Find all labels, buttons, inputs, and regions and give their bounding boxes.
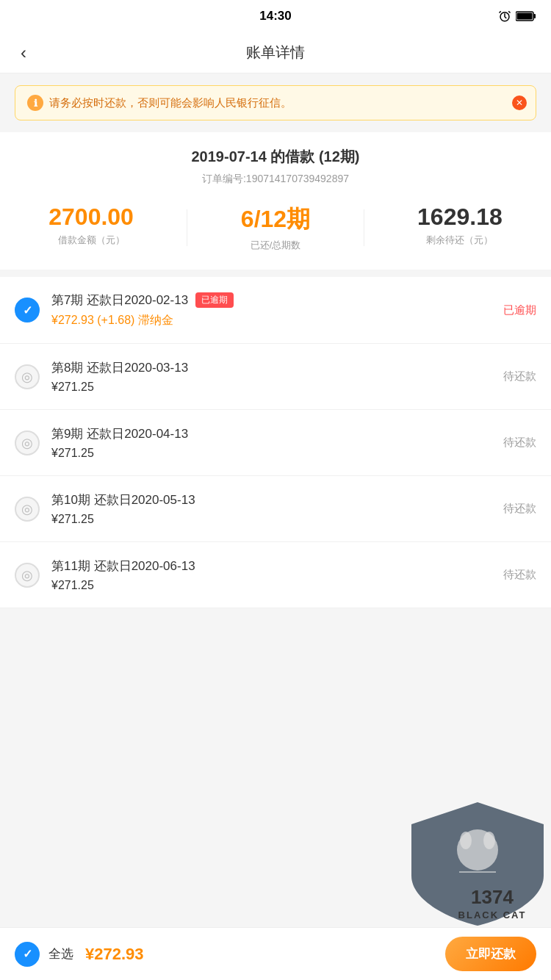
item-header-9: 第9期 还款日2020-04-13	[51, 425, 496, 442]
remaining-label: 剩余待还（元）	[417, 234, 503, 247]
svg-point-6	[483, 832, 495, 849]
item-content-7: 第7期 还款日2020-02-13 已逾期 ¥272.93 (+1.68) 滞纳…	[51, 292, 496, 328]
watermark-overlay: 1374 BLACK CAT	[345, 795, 551, 927]
item-title-10: 第10期 还款日2020-05-13	[51, 491, 195, 508]
checkbox-7[interactable]	[15, 298, 40, 323]
svg-rect-3	[517, 13, 533, 20]
status-time: 14:30	[259, 9, 291, 24]
item-status-10: 待还款	[503, 502, 536, 516]
checkbox-11[interactable]	[15, 563, 40, 588]
item-status-11: 待还款	[503, 568, 536, 582]
stat-loan-amount: 2700.00 借款金额（元）	[48, 203, 134, 247]
repayment-item-10[interactable]: 第10期 还款日2020-05-13 ¥271.25 待还款	[0, 476, 551, 542]
svg-point-5	[460, 832, 472, 849]
item-content-8: 第8期 还款日2020-03-13 ¥271.25	[51, 359, 496, 394]
checkbox-8[interactable]	[15, 364, 40, 389]
item-title-9: 第9期 还款日2020-04-13	[51, 425, 188, 442]
nav-bar: ‹ 账单详情	[0, 32, 551, 73]
late-fee-7: (+1.68) 滞纳金	[97, 314, 173, 326]
back-button[interactable]: ‹	[15, 37, 32, 69]
warning-close-button[interactable]: ✕	[512, 96, 527, 110]
stat-divider-2	[364, 209, 364, 246]
item-amount-11: ¥271.25	[51, 579, 496, 592]
status-icons	[498, 10, 536, 23]
svg-text:BLACK CAT: BLACK CAT	[458, 909, 527, 920]
checkbox-10[interactable]	[15, 497, 40, 522]
bottom-bar: 全选 ¥272.93 立即还款	[0, 927, 551, 980]
select-all-label: 全选	[48, 945, 73, 962]
item-status-7: 已逾期	[503, 303, 536, 317]
warning-text: 请务必按时还款，否则可能会影响人民银行征信。	[49, 96, 292, 110]
stat-divider-1	[187, 209, 187, 246]
loan-amount-value: 2700.00	[48, 203, 134, 231]
alarm-icon	[498, 10, 511, 23]
stat-remaining: 1629.18 剩余待还（元）	[417, 203, 503, 247]
repayment-item-11[interactable]: 第11期 还款日2020-06-13 ¥271.25 待还款	[0, 542, 551, 608]
repayment-item-9[interactable]: 第9期 还款日2020-04-13 ¥271.25 待还款	[0, 410, 551, 476]
status-bar: 14:30	[0, 0, 551, 32]
select-all-checkbox[interactable]	[15, 942, 40, 967]
repayment-item-8[interactable]: 第8期 还款日2020-03-13 ¥271.25 待还款	[0, 344, 551, 410]
battery-icon	[516, 11, 536, 21]
repayment-list: 第7期 还款日2020-02-13 已逾期 ¥272.93 (+1.68) 滞纳…	[0, 277, 551, 608]
order-label: 订单编号:	[202, 173, 246, 184]
warning-banner: ℹ 请务必按时还款，否则可能会影响人民银行征信。 ✕	[15, 85, 536, 120]
loan-order: 订单编号:190714170739492897	[22, 173, 529, 186]
item-status-9: 待还款	[503, 436, 536, 450]
item-header-11: 第11期 还款日2020-06-13	[51, 558, 496, 574]
item-content-9: 第9期 还款日2020-04-13 ¥271.25	[51, 425, 496, 460]
item-title-11: 第11期 还款日2020-06-13	[51, 558, 195, 574]
item-content-11: 第11期 还款日2020-06-13 ¥271.25	[51, 558, 496, 592]
item-amount-9: ¥271.25	[51, 447, 496, 460]
periods-label: 已还/总期数	[241, 239, 310, 252]
item-title-7: 第7期 还款日2020-02-13	[51, 292, 188, 309]
item-amount-7: ¥272.93 (+1.68) 滞纳金	[51, 313, 496, 328]
stat-periods: 6/12期 已还/总期数	[241, 203, 310, 252]
checkbox-9[interactable]	[15, 430, 40, 455]
item-header-7: 第7期 还款日2020-02-13 已逾期	[51, 292, 496, 309]
loan-amount-label: 借款金额（元）	[48, 234, 134, 247]
item-header-10: 第10期 还款日2020-05-13	[51, 491, 496, 508]
remaining-value: 1629.18	[417, 203, 503, 231]
repayment-item-7[interactable]: 第7期 还款日2020-02-13 已逾期 ¥272.93 (+1.68) 滞纳…	[0, 277, 551, 344]
page-title: 账单详情	[246, 43, 305, 62]
svg-point-4	[457, 829, 498, 871]
total-amount: ¥272.93	[85, 945, 445, 964]
warning-icon: ℹ	[27, 95, 43, 111]
loan-info-section: 2019-07-14 的借款 (12期) 订单编号:19071417073949…	[0, 132, 551, 270]
periods-value: 6/12期	[241, 203, 310, 236]
item-amount-8: ¥271.25	[51, 381, 496, 394]
overdue-badge-7: 已逾期	[195, 292, 234, 308]
pay-button[interactable]: 立即还款	[445, 937, 536, 971]
item-title-8: 第8期 还款日2020-03-13	[51, 359, 188, 376]
svg-text:1374: 1374	[471, 886, 514, 908]
item-status-8: 待还款	[503, 370, 536, 383]
order-number: 190714170739492897	[246, 173, 349, 184]
loan-stats: 2700.00 借款金额（元） 6/12期 已还/总期数 1629.18 剩余待…	[22, 203, 529, 252]
item-content-10: 第10期 还款日2020-05-13 ¥271.25	[51, 491, 496, 526]
svg-rect-2	[534, 14, 536, 18]
item-amount-10: ¥271.25	[51, 513, 496, 526]
shield-watermark: 1374 BLACK CAT	[345, 795, 551, 927]
item-header-8: 第8期 还款日2020-03-13	[51, 359, 496, 376]
loan-title: 2019-07-14 的借款 (12期)	[22, 147, 529, 167]
